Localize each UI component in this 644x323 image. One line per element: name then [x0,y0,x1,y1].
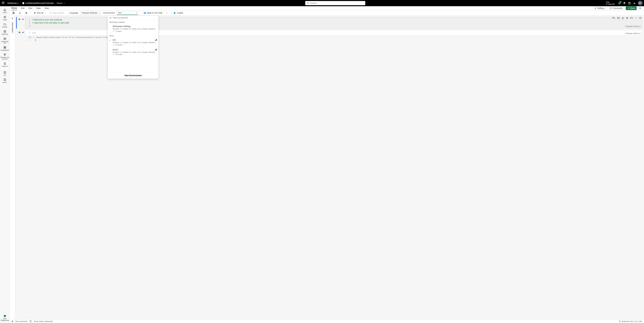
notifications-button[interactable]: 6 [617,1,622,6]
tab-data[interactable]: Data [36,6,40,10]
share-button[interactable]: Share [626,6,636,10]
rail-browse[interactable]: Browse [1,22,9,29]
env-filter-input[interactable] [113,17,157,19]
tab-run[interactable]: Run [28,6,32,10]
rail-env[interactable]: env [1,70,9,77]
svg-rect-22 [620,321,620,322]
download-button[interactable] [18,11,22,15]
save-status-chevron-icon[interactable]: ▾ [64,2,64,4]
svg-rect-9 [4,47,4,47]
save-status: · Saved [56,2,62,4]
search-wrap [64,1,606,5]
cell-toolbar: M↓ ⋯ [612,17,642,20]
connection-status-icon [12,321,13,322]
comment-icon[interactable] [630,17,633,20]
divider [67,12,67,15]
selection-icon [619,320,621,322]
cell-output-value: 2 [34,39,36,41]
toggle-output-icon[interactable] [617,17,620,20]
rail-create[interactable]: Create [1,15,9,22]
main-area: » Lakehouses M↓ ⋯ 1# Welcome to your new… [10,16,644,319]
feedback-button[interactable] [632,1,637,6]
comments-button[interactable]: Comments [608,6,624,10]
svg-point-4 [26,13,27,13]
env-section-items: Items [108,34,158,38]
run-cell-icon[interactable] [18,18,21,21]
environment-select[interactable]: env▾ [117,11,138,15]
open-in-vscode-button[interactable]: Open in VS Code [142,11,163,15]
delete-icon[interactable] [639,17,642,20]
environment-label: Environment [104,12,115,14]
editing-mode-button[interactable]: Editing ▾ [593,6,607,10]
rail-persona-switcher[interactable]: Data Engineering [1,313,9,323]
freeze-icon[interactable] [626,17,628,20]
search-icon [307,2,309,4]
environment-dropdown-panel: Workspace default Workspace Settings Run… [108,16,159,79]
markdown-toggle-icon[interactable]: M↓ [612,17,616,20]
sensitivity-icon [22,2,24,4]
settings-button[interactable] [622,1,627,6]
cell-menu-chevron-icon[interactable] [22,18,24,21]
more-icon[interactable]: ⋯ [634,17,637,20]
user-avatar[interactable]: SY [638,1,643,6]
rail-env-custom[interactable]: Shuaijun_De mo_Env [1,52,9,61]
env-section-workspace-default: Workspace default [108,20,158,24]
env-item-env[interactable]: ✓ env Runtime: 1.2 (Spark 3.4, Delta 2.4… [108,38,158,47]
tab-home[interactable]: Home [12,6,17,10]
svg-rect-11 [4,48,4,49]
rail-env11[interactable]: env11 [1,77,9,84]
output-more-icon[interactable]: ⋯ [25,39,34,42]
env-filter[interactable] [108,16,158,20]
tab-edit[interactable]: Edit [21,6,24,10]
open-in-vscode-chevron[interactable]: ▾ [165,12,168,14]
cell-language-chip[interactable]: PySpark (Python)▾ [626,25,641,28]
lakehouses-label: Lakehouses [11,22,14,33]
search-input[interactable] [310,2,364,4]
toolbar: Run all ▾ Stop session Language PySpark … [0,11,644,16]
copilot-icon-button[interactable] [638,6,642,10]
svg-point-5 [174,12,176,14]
svg-rect-10 [5,47,6,47]
notebook-title[interactable]: Notebook 1 [8,2,18,4]
rail-workspaces[interactable]: Workspaces [1,45,9,52]
stop-session-button: Stop session [49,11,65,15]
top-header: Notebook 1 Confidential\Microsoft Extend… [0,0,644,6]
global-search[interactable] [305,1,365,5]
open-external-icon[interactable] [155,39,157,41]
cell-menu-chevron-icon[interactable] [22,31,24,34]
tab-view[interactable]: View [44,6,49,10]
search-icon [109,17,112,19]
language-select[interactable]: PySpark (Python)▾ [80,11,101,15]
rail-data-hub[interactable]: Data hub [1,29,9,36]
settings-gear-button[interactable] [24,11,28,15]
cell-language-chip[interactable]: PySpark (Python)▾ [626,32,641,35]
rail-notebook-1[interactable]: Notebook 1 [1,61,9,70]
lock-icon[interactable] [621,17,624,20]
svg-point-3 [640,8,641,9]
app-launcher-icon[interactable] [2,2,5,5]
trial-status: Trial: 57 days left [606,1,614,5]
save-option-icon [30,320,32,322]
divider [20,2,20,5]
ribbon-tabs: Home Edit Run Data View Editing ▾ Commen… [0,6,644,11]
svg-rect-20 [622,18,623,19]
connection-status: Not connected [16,320,27,322]
divider [30,12,31,15]
run-cell-icon[interactable] [18,31,21,34]
status-bar: Not connected Save option: Automatic Sel… [10,319,644,323]
rail-monitoring-hub[interactable]: Monitoring hub [1,37,9,45]
open-external-icon[interactable] [155,49,157,51]
left-nav-rail: Home Create Browse Data hub Monitoring h… [0,6,10,323]
expand-lakehouses-icon[interactable]: » [12,17,13,20]
run-all-button[interactable]: Run all ▾ [33,11,46,15]
save-button[interactable] [12,11,16,15]
env-item-workspace-settings[interactable]: Workspace Settings Runtime: 1.2 (Spark 3… [108,24,158,34]
env-item-env11[interactable]: env11 Runtime: 1.2 (Spark 3.4, Delta 2.4… [108,48,158,57]
svg-rect-19 [617,17,619,19]
svg-point-1 [640,8,641,9]
language-label: Language [69,12,78,14]
rail-home[interactable]: Home [1,8,9,15]
new-environment-button[interactable]: New Environment [108,72,158,79]
help-button[interactable] [627,1,632,6]
copilot-button[interactable]: Copilot [172,11,184,15]
